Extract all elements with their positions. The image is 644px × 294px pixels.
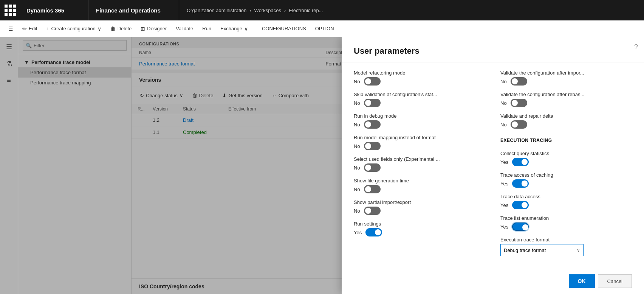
param-model-refactoring-row: No — [354, 77, 485, 86]
breadcrumb-item2[interactable]: Workspaces — [254, 8, 281, 13]
param-trace-list-row: Yes — [500, 222, 632, 231]
param-exec-trace-label: Execution trace format — [500, 237, 632, 243]
toggle-track — [364, 142, 381, 150]
param-collect-query-row: Yes — [500, 158, 632, 166]
edit-icon: ✏ — [22, 26, 27, 32]
toggle-track — [364, 185, 381, 193]
toggle-track — [364, 77, 381, 86]
param-select-used-fields-label: Select used fields only (Experimental ..… — [354, 156, 485, 162]
param-skip-validation-value: No — [354, 100, 360, 106]
param-validate-rebase-row: No — [500, 99, 632, 107]
delete-button[interactable]: 🗑 Delete — [107, 23, 136, 35]
param-run-debug-mode: Run in debug mode No — [354, 113, 485, 129]
param-model-refactoring-mode: Model refactoring mode No — [354, 70, 485, 86]
param-validate-delta-row: No — [500, 120, 632, 129]
run-button[interactable]: Run — [198, 23, 215, 35]
param-trace-data-label: Trace data access — [500, 194, 632, 199]
modal-footer: OK Cancel — [342, 268, 644, 294]
modal-overlay[interactable]: ? User parameters Model refactoring mode… — [0, 37, 644, 294]
param-validate-after-import: Validate the configuration after impor..… — [500, 70, 632, 86]
param-collect-query-toggle[interactable] — [512, 158, 529, 166]
toggle-track — [511, 77, 527, 86]
dropdown-arrow-icon: ∨ — [577, 247, 580, 253]
waffle-button[interactable] — [0, 0, 20, 20]
edit-button[interactable]: ✏ Edit — [19, 23, 41, 35]
toggle-track — [511, 120, 527, 129]
toggle-track-on — [365, 228, 382, 236]
param-run-settings-toggle[interactable] — [365, 228, 382, 236]
modal-title: User parameters — [354, 46, 632, 56]
create-configuration-button[interactable]: + Create configuration ∨ — [42, 23, 105, 35]
breadcrumb-item3[interactable]: Electronic rep... — [289, 8, 323, 13]
toggle-track-on — [512, 201, 529, 209]
param-validate-after-rebase: Validate the configuration after rebas..… — [500, 92, 632, 107]
param-skip-validation: Skip validation at configuration's stat.… — [354, 92, 485, 107]
exchange-button[interactable]: Exchange ∨ — [217, 23, 252, 35]
param-run-model-mapping-toggle[interactable] — [364, 142, 381, 150]
param-validate-rebase-value: No — [500, 100, 507, 106]
param-run-model-mapping-label: Run model mapping instead of format — [354, 135, 485, 140]
param-trace-list-toggle[interactable] — [512, 222, 529, 231]
param-select-used-fields-value: No — [354, 165, 360, 171]
exchange-chevron-icon: ∨ — [244, 26, 248, 32]
param-execution-trace-format: Execution trace format Debug trace forma… — [500, 237, 632, 256]
breadcrumb: Organization administration › Workspaces… — [179, 8, 331, 13]
app-label: Finance and Operations — [88, 0, 179, 20]
topbar: Dynamics 365 Finance and Operations Orga… — [0, 0, 644, 20]
param-show-file-gen-time: Show file generation time No — [354, 178, 485, 193]
modal-help-button[interactable]: ? — [634, 43, 638, 51]
param-validate-delta-label: Validate and repair delta — [500, 113, 632, 119]
param-run-debug-toggle[interactable] — [364, 120, 381, 129]
configurations-tab[interactable]: CONFIGURATIONS — [258, 23, 310, 35]
designer-button[interactable]: ⊞ Designer — [137, 23, 170, 35]
dynamics365-label: Dynamics 365 — [20, 0, 88, 20]
designer-icon: ⊞ — [141, 26, 145, 32]
exec-trace-value: Debug trace format — [504, 247, 546, 253]
param-validate-rebase-label: Validate the configuration after rebas..… — [500, 92, 632, 97]
command-bar: ☰ ✏ Edit + Create configuration ∨ 🗑 Dele… — [0, 20, 644, 37]
toggle-track — [364, 163, 381, 172]
param-collect-query-stats: Collect query statistics Yes — [500, 151, 632, 166]
param-select-used-fields-toggle[interactable] — [364, 163, 381, 172]
toggle-track-on — [512, 179, 529, 188]
param-validate-rebase-toggle[interactable] — [511, 99, 527, 107]
param-run-settings-label: Run settings — [354, 221, 485, 227]
param-run-settings-value: Yes — [354, 230, 362, 235]
param-trace-caching-toggle[interactable] — [512, 179, 529, 188]
param-model-refactoring-label: Model refactoring mode — [354, 70, 485, 76]
cancel-button[interactable]: Cancel — [598, 274, 632, 288]
param-model-refactoring-value: No — [354, 79, 360, 84]
breadcrumb-sep2: › — [284, 8, 286, 13]
add-icon: + — [46, 26, 49, 32]
param-skip-validation-row: No — [354, 99, 485, 107]
param-trace-caching-value: Yes — [500, 181, 508, 187]
param-run-debug-label: Run in debug mode — [354, 113, 485, 119]
param-validate-import-label: Validate the configuration after impor..… — [500, 70, 632, 76]
param-trace-list-label: Trace list enumeration — [500, 215, 632, 221]
param-skip-validation-toggle[interactable] — [364, 99, 381, 107]
param-show-file-gen-toggle[interactable] — [364, 185, 381, 193]
param-trace-access-caching: Trace access of caching Yes — [500, 172, 632, 188]
main-area: ☰ ⚗ ≡ 🔍 ▼ Performance trace model Perfor… — [0, 37, 644, 294]
param-trace-data-toggle[interactable] — [512, 201, 529, 209]
param-select-used-fields-row: No — [354, 163, 485, 172]
param-show-partial-toggle[interactable] — [364, 207, 381, 215]
param-trace-list-enum: Trace list enumeration Yes — [500, 215, 632, 231]
param-exec-trace-dropdown[interactable]: Debug trace format ∨ — [500, 244, 584, 256]
param-show-file-gen-label: Show file generation time — [354, 178, 485, 184]
toggle-track — [511, 99, 527, 107]
param-collect-query-label: Collect query statistics — [500, 151, 632, 156]
options-tab[interactable]: OPTION — [311, 23, 338, 35]
ok-button[interactable]: OK — [569, 274, 595, 288]
breadcrumb-item1[interactable]: Organization administration — [187, 8, 246, 13]
execution-tracing-header: EXECUTION TRACING — [500, 135, 632, 145]
param-collect-query-value: Yes — [500, 159, 508, 165]
param-validate-delta-toggle[interactable] — [511, 120, 527, 129]
param-run-model-mapping-row: No — [354, 142, 485, 150]
param-trace-data-value: Yes — [500, 202, 508, 208]
validate-button[interactable]: Validate — [172, 23, 197, 35]
param-model-refactoring-toggle[interactable] — [364, 77, 381, 86]
param-show-file-gen-row: No — [354, 185, 485, 193]
param-validate-import-toggle[interactable] — [511, 77, 527, 86]
hamburger-button[interactable]: ☰ — [5, 23, 17, 35]
